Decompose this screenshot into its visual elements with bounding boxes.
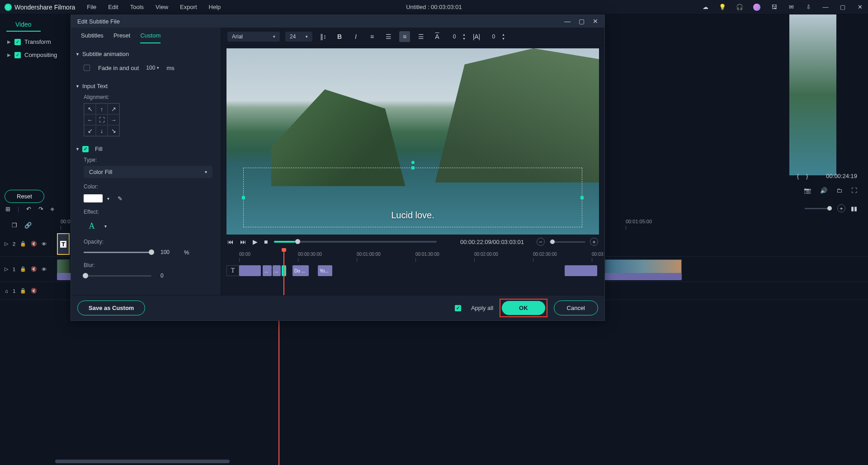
char-spacing-input[interactable]: 0 ▲▼ xyxy=(448,32,466,41)
folder-icon[interactable]: 🗀 xyxy=(836,187,842,194)
checkbox-icon[interactable]: ✓ xyxy=(14,39,21,45)
properties-scroll[interactable]: ▼ Subtitle animation Fade in and out 100… xyxy=(71,43,221,295)
align-center[interactable]: ⛶ xyxy=(96,114,108,125)
camera-icon[interactable]: 📷 xyxy=(804,187,811,194)
subtitle-clip[interactable]: Yo... xyxy=(318,265,332,276)
subtitle-clips[interactable]: ... ... Do ... Yo... xyxy=(239,265,599,276)
tab-subtitles[interactable]: Subtitles xyxy=(81,32,104,43)
subtitle-text[interactable]: Lucid love. xyxy=(391,210,434,221)
avatar-icon[interactable] xyxy=(753,4,760,11)
zoom-in-button[interactable]: + xyxy=(590,238,598,246)
apply-all-checkbox[interactable] xyxy=(455,305,461,311)
effect-select[interactable]: A xyxy=(84,220,100,232)
subtitle-clip[interactable]: Do ... xyxy=(292,265,309,276)
cloud-icon[interactable]: ☁ xyxy=(702,4,709,11)
subtitle-preview[interactable]: Lucid love. xyxy=(226,48,599,235)
lightbulb-icon[interactable]: 💡 xyxy=(719,4,726,11)
zoom-out-button[interactable]: − xyxy=(537,238,545,246)
ok-button[interactable]: OK xyxy=(502,301,545,315)
align-bottom[interactable]: ↓ xyxy=(96,125,108,136)
eye-icon[interactable]: 👁 xyxy=(42,241,47,247)
mute-icon[interactable]: 🔇 xyxy=(31,266,37,272)
text-align-justify-button[interactable]: ☰ xyxy=(415,31,426,42)
text-align-center-button[interactable]: ☰ xyxy=(383,31,394,42)
letter-spacing-icon[interactable]: |A| xyxy=(471,31,482,42)
tab-preset[interactable]: Preset xyxy=(113,32,131,43)
blur-value[interactable]: 0 xyxy=(158,271,178,280)
eye-icon[interactable]: 👁 xyxy=(42,267,47,272)
lock-icon[interactable]: 🔒 xyxy=(20,288,26,294)
lock-icon[interactable]: 🔒 xyxy=(20,241,26,247)
link-icon[interactable]: 🔗 xyxy=(24,222,32,229)
maximize-icon[interactable]: ▢ xyxy=(839,4,846,11)
grid-icon[interactable]: ⊞ xyxy=(5,206,10,212)
mail-icon[interactable]: ✉ xyxy=(788,4,795,11)
waveform-icon[interactable]: ▮▮ xyxy=(851,205,857,212)
text-color-button[interactable]: A xyxy=(432,31,443,42)
mute-icon[interactable]: 🔇 xyxy=(31,288,37,294)
fill-type-select[interactable]: Color Fill ▾ xyxy=(84,166,212,178)
italic-button[interactable]: I xyxy=(350,31,361,42)
dialog-minimize-icon[interactable]: — xyxy=(564,18,571,25)
align-right[interactable]: → xyxy=(108,114,119,125)
mute-icon[interactable]: 🔇 xyxy=(31,241,37,247)
stop-button[interactable]: ■ xyxy=(264,238,268,245)
sidebar-tab-video[interactable]: Video xyxy=(6,18,41,32)
save-icon[interactable]: 🖫 xyxy=(770,4,778,11)
sidebar-item-transform[interactable]: ▶ ✓ Transform xyxy=(0,35,72,48)
menu-file[interactable]: File xyxy=(87,4,96,10)
text-align-right-button[interactable]: ≡ xyxy=(399,31,410,42)
eyedropper-icon[interactable]: ✎ xyxy=(118,195,123,202)
subtitle-playhead[interactable] xyxy=(283,249,284,295)
text-align-left-button[interactable]: ≡ xyxy=(367,31,377,42)
blur-slider[interactable] xyxy=(84,275,151,277)
play-button[interactable]: ▶ xyxy=(253,238,258,245)
menu-view[interactable]: View xyxy=(156,4,168,10)
sidebar-item-compositing[interactable]: ▶ ✓ Compositing xyxy=(0,48,72,61)
text-selection-box[interactable]: Lucid love. xyxy=(243,168,582,227)
text-track-icon[interactable]: T xyxy=(226,265,239,276)
track-type-icon[interactable]: ▷ xyxy=(5,266,8,272)
fade-checkbox[interactable] xyxy=(84,65,90,71)
menu-help[interactable]: Help xyxy=(209,4,221,10)
align-top[interactable]: ↑ xyxy=(96,103,108,114)
line-height-icon[interactable]: ‖↕ xyxy=(318,31,329,42)
subtitle-clip[interactable] xyxy=(239,265,261,276)
headset-icon[interactable]: 🎧 xyxy=(736,4,743,11)
opacity-value[interactable]: 100 xyxy=(158,248,178,257)
fill-checkbox[interactable] xyxy=(82,146,89,152)
fullscreen-icon[interactable]: ⛶ xyxy=(851,187,857,194)
subtitle-clip[interactable]: ... xyxy=(263,265,272,276)
align-bottom-right[interactable]: ↘ xyxy=(108,125,119,136)
section-subtitle-animation[interactable]: ▼ Subtitle animation xyxy=(75,48,212,60)
menu-export[interactable]: Export xyxy=(180,4,197,10)
zoom-plus-icon[interactable]: + xyxy=(837,204,845,212)
undo-icon[interactable]: ↶ xyxy=(26,206,31,212)
font-family-select[interactable]: Arial ▾ xyxy=(227,32,280,42)
menu-tools[interactable]: Tools xyxy=(130,4,144,10)
close-app-icon[interactable]: ✕ xyxy=(856,4,863,11)
align-bottom-left[interactable]: ↙ xyxy=(84,125,96,136)
horizontal-scrollbar[interactable] xyxy=(55,460,230,463)
dialog-close-icon[interactable]: ✕ xyxy=(593,18,598,25)
spinner-icon[interactable]: ▲▼ xyxy=(502,33,505,40)
redo-icon[interactable]: ↷ xyxy=(38,206,43,212)
align-top-left[interactable]: ↖ xyxy=(84,103,96,114)
subtitle-clip[interactable] xyxy=(565,265,597,276)
line-spacing-input[interactable]: 0 ▲▼ xyxy=(487,32,505,41)
text-clip[interactable]: T xyxy=(57,233,70,255)
lock-icon[interactable]: 🔒 xyxy=(20,266,26,272)
chevron-down-icon[interactable]: ▾ xyxy=(107,196,109,201)
menu-edit[interactable]: Edit xyxy=(108,4,118,10)
crop-icon[interactable]: ⎆ xyxy=(51,206,54,212)
section-input-text[interactable]: ▼ Input Text xyxy=(75,80,212,92)
section-fill[interactable]: ▼ Fill xyxy=(75,143,212,155)
brace-open[interactable]: { xyxy=(797,173,799,179)
font-size-select[interactable]: 24 ▾ xyxy=(285,32,312,42)
reset-button[interactable]: Reset xyxy=(5,190,44,203)
checkbox-icon[interactable]: ✓ xyxy=(14,52,21,58)
seek-slider[interactable] xyxy=(274,241,437,243)
dialog-maximize-icon[interactable]: ▢ xyxy=(579,18,585,25)
opacity-slider[interactable] xyxy=(84,252,151,253)
prev-frame-button[interactable]: ⏮ xyxy=(227,238,234,245)
